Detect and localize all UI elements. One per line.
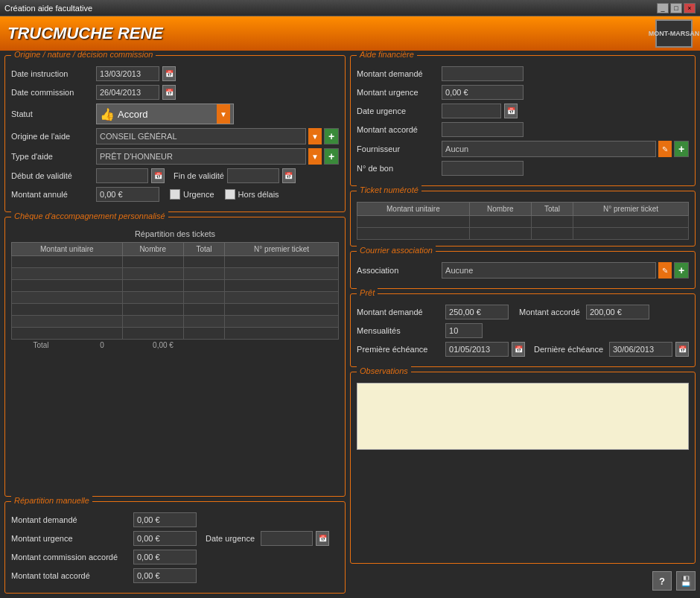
aide-montant-urgence-input[interactable] [442, 85, 524, 100]
cheque-legend: Chèque d'accompagnement personnalisé [11, 211, 168, 220]
ticket-data-row-1 [357, 216, 689, 228]
fin-validite-cal[interactable]: 📅 [282, 168, 296, 183]
left-panel: Origine / nature / décision commission D… [4, 55, 346, 594]
aide-date-urgence-cal[interactable]: 📅 [504, 104, 518, 118]
pret-mensualites-row: Mensualités [357, 323, 689, 338]
aide-montant-demande-label: Montant demandé [357, 69, 439, 78]
date-instruction-input[interactable] [96, 66, 159, 81]
aide-nbon-row: N° de bon [357, 161, 689, 176]
statut-value: Accord [118, 109, 214, 120]
courrier-legend: Courrier association [357, 246, 436, 255]
montant-annule-row: Montant annulé Urgence Hors délais [11, 187, 339, 202]
origine-aide-row: Origine de l'aide CONSEIL GÉNÉRAL ▼ + [11, 128, 339, 144]
aide-montant-demande-row: Montant demandé [357, 66, 689, 81]
hors-delais-label: Hors délais [238, 190, 279, 199]
aide-date-urgence-label: Date urgence [357, 106, 439, 115]
type-aide-add[interactable]: + [324, 148, 339, 165]
aide-montant-demande-input[interactable] [442, 66, 524, 81]
pret-montant-demande-input[interactable] [445, 305, 509, 319]
cheque-col-ticket: N° premier ticket [225, 243, 339, 256]
cheque-table-footer: Total 0 0,00 € [11, 340, 339, 351]
pret-derniere-echeance-input[interactable] [609, 342, 672, 357]
statut-arrow[interactable]: ▼ [217, 104, 230, 124]
close-button[interactable]: × [684, 3, 696, 13]
pret-premiere-echeance-input[interactable] [445, 342, 509, 357]
debut-validite-cal[interactable]: 📅 [151, 168, 165, 183]
montant-annule-label: Montant annulé [11, 190, 93, 199]
origine-aide-arrow[interactable]: ▼ [308, 128, 322, 144]
pret-premiere-echeance-cal[interactable]: 📅 [512, 342, 525, 357]
aide-montant-accorde-input[interactable] [442, 122, 524, 137]
repart-montant-total-label: Montant total accordé [11, 571, 130, 580]
urgence-checkbox[interactable] [170, 189, 180, 200]
montant-annule-input[interactable] [96, 187, 159, 202]
ticket-section: Ticket numéroté Montant unitaire Nombre … [350, 191, 696, 246]
repart-montant-urgence-input[interactable] [133, 531, 197, 546]
pret-mensualites-input[interactable] [445, 323, 483, 338]
origine-aide-value: CONSEIL GÉNÉRAL [96, 128, 306, 144]
courrier-association-arrow[interactable]: ✎ [658, 262, 672, 279]
date-instruction-cal[interactable]: 📅 [162, 66, 176, 81]
pret-echeances-row: Première échéance 📅 Dernière échéance 📅 [357, 342, 689, 357]
repart-montant-commission-row: Montant commission accordé [11, 550, 339, 564]
aide-date-urgence-input[interactable] [442, 104, 501, 118]
ticket-col-montant: Montant unitaire [357, 203, 470, 216]
hors-delais-checkbox[interactable] [225, 189, 235, 200]
hors-delais-checkbox-label[interactable]: Hors délais [225, 189, 279, 200]
date-commission-input[interactable] [96, 85, 159, 100]
title-bar-buttons: _ □ × [657, 3, 696, 13]
repartition-section: Répartition manuelle Montant demandé Mon… [4, 501, 346, 594]
debut-validite-input[interactable] [96, 168, 148, 183]
type-aide-arrow[interactable]: ▼ [308, 148, 322, 165]
observations-section: Observations [350, 372, 696, 564]
aide-fournisseur-add[interactable]: + [674, 141, 689, 157]
pret-derniere-echeance-cal[interactable]: 📅 [675, 342, 689, 357]
maximize-button[interactable]: □ [670, 3, 682, 13]
pret-montant-accorde-input[interactable] [586, 305, 649, 319]
repart-montant-demande-input[interactable] [133, 512, 197, 527]
aide-montant-accorde-row: Montant accordé [357, 122, 689, 137]
type-aide-select-row: PRÊT D'HONNEUR ▼ + [96, 148, 339, 165]
pret-montants-row: Montant demandé Montant accordé [357, 305, 689, 319]
statut-label: Statut [11, 109, 93, 118]
app-title: TRUCMUCHE RENE [7, 24, 163, 43]
title-bar: Création aide facultative _ □ × [0, 0, 700, 16]
courrier-association-add[interactable]: + [674, 262, 689, 279]
repart-montant-total-row: Montant total accordé [11, 568, 339, 583]
type-aide-label: Type d'aide [11, 152, 93, 161]
cheque-data-row-7 [12, 328, 339, 340]
courrier-association-label: Association [357, 266, 439, 275]
repart-montant-commission-input[interactable] [133, 550, 197, 564]
statut-dropdown[interactable]: 👍 Accord ▼ [96, 104, 234, 124]
aide-nbon-input[interactable] [442, 161, 524, 176]
aide-fournisseur-arrow[interactable]: ✎ [658, 141, 672, 157]
right-panel: Aide financière Montant demandé Montant … [350, 55, 696, 594]
ticket-col-ticket: N° premier ticket [573, 203, 689, 216]
cheque-total-montant: 0,00 € [133, 341, 193, 349]
observations-textarea[interactable] [357, 383, 689, 450]
validite-row: Début de validité 📅 Fin de validité 📅 [11, 168, 339, 183]
urgence-checkbox-label[interactable]: Urgence [170, 189, 214, 200]
repart-date-urgence-cal[interactable]: 📅 [316, 531, 329, 546]
help-button[interactable]: ? [652, 571, 672, 591]
repart-date-urgence-input[interactable] [261, 531, 313, 546]
courrier-association-row: Association Aucune ✎ + [357, 262, 689, 279]
cheque-data-row-5 [12, 304, 339, 316]
ticket-col-nombre: Nombre [469, 203, 531, 216]
repart-montant-urgence-label: Montant urgence [11, 534, 130, 543]
origine-aide-add[interactable]: + [324, 128, 339, 144]
aide-financiere-legend: Aide financière [357, 51, 417, 59]
date-instruction-label: Date instruction [11, 69, 93, 78]
aide-fournisseur-value: Aucun [442, 141, 656, 157]
cheque-section: Chèque d'accompagnement personnalisé Rép… [4, 217, 346, 497]
date-commission-cal[interactable]: 📅 [162, 85, 176, 100]
fin-validite-input[interactable] [227, 168, 279, 183]
statut-row: Statut 👍 Accord ▼ [11, 104, 339, 124]
repart-montant-commission-label: Montant commission accordé [11, 553, 130, 562]
repart-montant-total-input[interactable] [133, 568, 197, 583]
save-button[interactable]: 💾 [676, 571, 696, 591]
cheque-total-nombre: 0 [72, 341, 132, 349]
date-instruction-row: Date instruction 📅 [11, 66, 339, 81]
minimize-button[interactable]: _ [657, 3, 669, 13]
cheque-data-row-4 [12, 292, 339, 304]
